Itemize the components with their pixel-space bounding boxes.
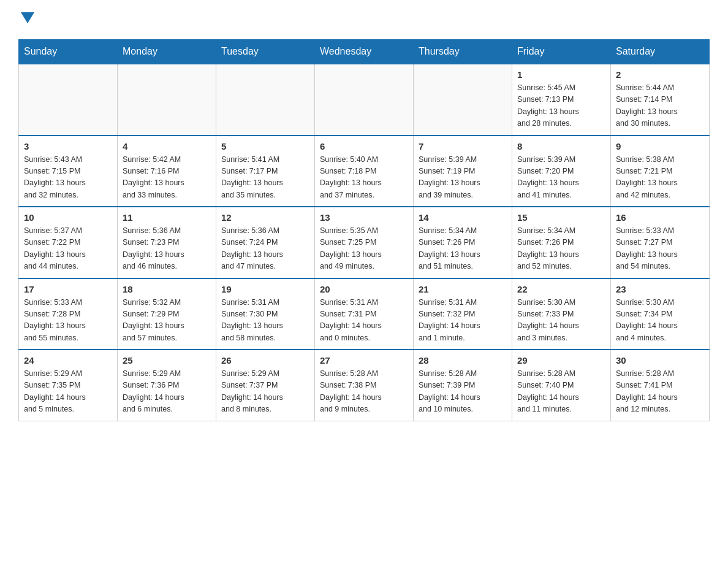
- day-info: Sunrise: 5:36 AM Sunset: 7:24 PM Dayligh…: [221, 225, 309, 273]
- day-info: Sunrise: 5:28 AM Sunset: 7:39 PM Dayligh…: [419, 368, 507, 416]
- day-info: Sunrise: 5:34 AM Sunset: 7:26 PM Dayligh…: [517, 225, 605, 273]
- day-info: Sunrise: 5:39 AM Sunset: 7:19 PM Dayligh…: [419, 154, 507, 202]
- header-tuesday: Tuesday: [216, 40, 315, 64]
- header-monday: Monday: [118, 40, 216, 64]
- calendar-cell: 26Sunrise: 5:29 AM Sunset: 7:37 PM Dayli…: [216, 350, 315, 421]
- calendar-cell: 17Sunrise: 5:33 AM Sunset: 7:28 PM Dayli…: [19, 278, 118, 350]
- calendar-cell: [19, 64, 118, 136]
- day-number: 30: [616, 355, 704, 366]
- calendar-cell: 8Sunrise: 5:39 AM Sunset: 7:20 PM Daylig…: [512, 136, 611, 207]
- calendar-cell: 3Sunrise: 5:43 AM Sunset: 7:15 PM Daylig…: [19, 136, 118, 207]
- day-number: 19: [221, 284, 309, 294]
- day-info: Sunrise: 5:32 AM Sunset: 7:29 PM Dayligh…: [123, 297, 211, 345]
- calendar-cell: 12Sunrise: 5:36 AM Sunset: 7:24 PM Dayli…: [216, 207, 315, 278]
- calendar-cell: 10Sunrise: 5:37 AM Sunset: 7:22 PM Dayli…: [19, 207, 118, 278]
- calendar-cell: 15Sunrise: 5:34 AM Sunset: 7:26 PM Dayli…: [512, 207, 611, 278]
- day-number: 4: [123, 141, 211, 151]
- calendar-cell: 4Sunrise: 5:42 AM Sunset: 7:16 PM Daylig…: [118, 136, 216, 207]
- day-number: 25: [123, 355, 211, 366]
- day-info: Sunrise: 5:34 AM Sunset: 7:26 PM Dayligh…: [419, 225, 507, 273]
- day-info: Sunrise: 5:39 AM Sunset: 7:20 PM Dayligh…: [517, 154, 605, 202]
- calendar-cell: 28Sunrise: 5:28 AM Sunset: 7:39 PM Dayli…: [414, 350, 512, 421]
- calendar-cell: 9Sunrise: 5:38 AM Sunset: 7:21 PM Daylig…: [611, 136, 710, 207]
- day-number: 27: [320, 355, 408, 366]
- day-info: Sunrise: 5:29 AM Sunset: 7:35 PM Dayligh…: [24, 368, 112, 416]
- calendar-cell: 1Sunrise: 5:45 AM Sunset: 7:13 PM Daylig…: [512, 64, 611, 136]
- day-number: 12: [221, 212, 309, 223]
- calendar-cell: 23Sunrise: 5:30 AM Sunset: 7:34 PM Dayli…: [611, 278, 710, 350]
- day-info: Sunrise: 5:30 AM Sunset: 7:34 PM Dayligh…: [616, 297, 704, 345]
- day-number: 10: [24, 212, 112, 223]
- calendar-header-row: Sunday Monday Tuesday Wednesday Thursday…: [19, 40, 710, 64]
- day-info: Sunrise: 5:28 AM Sunset: 7:38 PM Dayligh…: [320, 368, 408, 416]
- day-info: Sunrise: 5:33 AM Sunset: 7:27 PM Dayligh…: [616, 225, 704, 273]
- calendar-week-2: 10Sunrise: 5:37 AM Sunset: 7:22 PM Dayli…: [19, 207, 710, 278]
- calendar-cell: 19Sunrise: 5:31 AM Sunset: 7:30 PM Dayli…: [216, 278, 315, 350]
- day-number: 22: [517, 284, 605, 294]
- calendar-cell: 6Sunrise: 5:40 AM Sunset: 7:18 PM Daylig…: [315, 136, 414, 207]
- day-number: 13: [320, 212, 408, 223]
- day-info: Sunrise: 5:40 AM Sunset: 7:18 PM Dayligh…: [320, 154, 408, 202]
- day-number: 1: [517, 69, 605, 80]
- calendar-cell: 13Sunrise: 5:35 AM Sunset: 7:25 PM Dayli…: [315, 207, 414, 278]
- day-info: Sunrise: 5:44 AM Sunset: 7:14 PM Dayligh…: [616, 82, 704, 130]
- day-info: Sunrise: 5:31 AM Sunset: 7:32 PM Dayligh…: [419, 297, 507, 345]
- day-number: 17: [24, 284, 112, 294]
- header-thursday: Thursday: [414, 40, 512, 64]
- calendar-cell: [118, 64, 216, 136]
- day-number: 14: [419, 212, 507, 223]
- day-number: 9: [616, 141, 704, 151]
- day-number: 21: [419, 284, 507, 294]
- day-info: Sunrise: 5:31 AM Sunset: 7:31 PM Dayligh…: [320, 297, 408, 345]
- day-number: 23: [616, 284, 704, 294]
- day-number: 18: [123, 284, 211, 294]
- calendar-cell: 5Sunrise: 5:41 AM Sunset: 7:17 PM Daylig…: [216, 136, 315, 207]
- day-info: Sunrise: 5:45 AM Sunset: 7:13 PM Dayligh…: [517, 82, 605, 130]
- calendar-week-4: 24Sunrise: 5:29 AM Sunset: 7:35 PM Dayli…: [19, 350, 710, 421]
- day-number: 3: [24, 141, 112, 151]
- day-number: 26: [221, 355, 309, 366]
- calendar-cell: 25Sunrise: 5:29 AM Sunset: 7:36 PM Dayli…: [118, 350, 216, 421]
- day-info: Sunrise: 5:30 AM Sunset: 7:33 PM Dayligh…: [517, 297, 605, 345]
- header-saturday: Saturday: [611, 40, 710, 64]
- day-info: Sunrise: 5:31 AM Sunset: 7:30 PM Dayligh…: [221, 297, 309, 345]
- logo: [18, 12, 34, 27]
- day-number: 20: [320, 284, 408, 294]
- calendar-table: Sunday Monday Tuesday Wednesday Thursday…: [18, 39, 710, 421]
- calendar-cell: 22Sunrise: 5:30 AM Sunset: 7:33 PM Dayli…: [512, 278, 611, 350]
- day-number: 7: [419, 141, 507, 151]
- header-friday: Friday: [512, 40, 611, 64]
- svg-marker-0: [21, 12, 34, 23]
- calendar-cell: 16Sunrise: 5:33 AM Sunset: 7:27 PM Dayli…: [611, 207, 710, 278]
- calendar-week-1: 3Sunrise: 5:43 AM Sunset: 7:15 PM Daylig…: [19, 136, 710, 207]
- calendar-cell: 21Sunrise: 5:31 AM Sunset: 7:32 PM Dayli…: [414, 278, 512, 350]
- page-header: [18, 12, 710, 27]
- day-info: Sunrise: 5:29 AM Sunset: 7:36 PM Dayligh…: [123, 368, 211, 416]
- day-number: 2: [616, 69, 704, 80]
- day-number: 15: [517, 212, 605, 223]
- day-number: 8: [517, 141, 605, 151]
- day-info: Sunrise: 5:35 AM Sunset: 7:25 PM Dayligh…: [320, 225, 408, 273]
- logo-triangle-icon: [21, 12, 34, 26]
- calendar-cell: [315, 64, 414, 136]
- day-number: 29: [517, 355, 605, 366]
- day-info: Sunrise: 5:28 AM Sunset: 7:40 PM Dayligh…: [517, 368, 605, 416]
- day-number: 16: [616, 212, 704, 223]
- day-info: Sunrise: 5:41 AM Sunset: 7:17 PM Dayligh…: [221, 154, 309, 202]
- calendar-cell: 2Sunrise: 5:44 AM Sunset: 7:14 PM Daylig…: [611, 64, 710, 136]
- calendar-cell: 11Sunrise: 5:36 AM Sunset: 7:23 PM Dayli…: [118, 207, 216, 278]
- day-number: 24: [24, 355, 112, 366]
- calendar-cell: 24Sunrise: 5:29 AM Sunset: 7:35 PM Dayli…: [19, 350, 118, 421]
- calendar-cell: 7Sunrise: 5:39 AM Sunset: 7:19 PM Daylig…: [414, 136, 512, 207]
- day-number: 11: [123, 212, 211, 223]
- day-info: Sunrise: 5:43 AM Sunset: 7:15 PM Dayligh…: [24, 154, 112, 202]
- day-info: Sunrise: 5:38 AM Sunset: 7:21 PM Dayligh…: [616, 154, 704, 202]
- day-info: Sunrise: 5:29 AM Sunset: 7:37 PM Dayligh…: [221, 368, 309, 416]
- calendar-cell: [216, 64, 315, 136]
- day-info: Sunrise: 5:42 AM Sunset: 7:16 PM Dayligh…: [123, 154, 211, 202]
- day-info: Sunrise: 5:37 AM Sunset: 7:22 PM Dayligh…: [24, 225, 112, 273]
- calendar-cell: 20Sunrise: 5:31 AM Sunset: 7:31 PM Dayli…: [315, 278, 414, 350]
- day-info: Sunrise: 5:33 AM Sunset: 7:28 PM Dayligh…: [24, 297, 112, 345]
- calendar-cell: 18Sunrise: 5:32 AM Sunset: 7:29 PM Dayli…: [118, 278, 216, 350]
- calendar-week-0: 1Sunrise: 5:45 AM Sunset: 7:13 PM Daylig…: [19, 64, 710, 136]
